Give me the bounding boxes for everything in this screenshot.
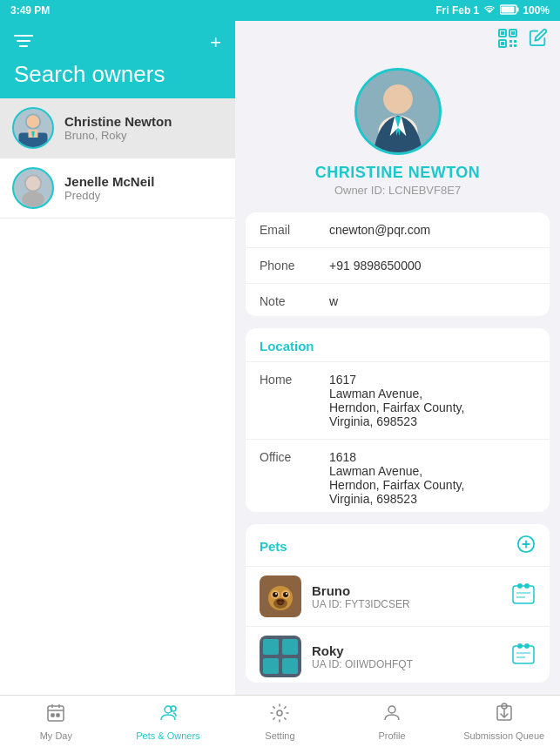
person-icon-1: [14, 169, 52, 207]
tab-profile[interactable]: Profile: [336, 696, 449, 747]
svg-rect-62: [51, 714, 54, 717]
status-time: 3:49 PM: [10, 4, 50, 17]
pet-action-1[interactable]: [511, 643, 536, 670]
tab-pets-owners-label: Pets & Owners: [136, 730, 199, 741]
svg-point-8: [27, 115, 40, 128]
status-bar: 3:49 PM Fri Feb 1 100%: [0, 0, 560, 21]
wifi-icon: [482, 4, 496, 17]
owner-name-0: Christine Newton: [64, 114, 172, 129]
avatar-0: [12, 107, 54, 149]
svg-rect-63: [57, 714, 59, 717]
tab-profile-label: Profile: [378, 730, 405, 741]
pet-avatar-0: [260, 575, 301, 617]
svg-point-13: [26, 176, 41, 191]
tab-my-day[interactable]: My Day: [0, 696, 112, 747]
svg-point-41: [277, 600, 280, 602]
tab-pets-owners[interactable]: Pets & Owners: [112, 696, 225, 747]
my-day-icon: [45, 703, 66, 728]
qr-icon[interactable]: [497, 28, 518, 52]
avatar-1: [12, 167, 54, 209]
email-value: cnewton@pqr.com: [329, 223, 536, 237]
setting-icon: [269, 703, 290, 728]
detail-panel: CHRISTINE NEWTON Owner ID: LCNEBVF8E7 Em…: [235, 21, 560, 695]
pet-row-0[interactable]: Bruno UA ID: FYT3IDCSER: [246, 567, 550, 627]
svg-rect-50: [282, 639, 298, 655]
battery-percent: 100%: [523, 4, 550, 17]
profile-person-icon: [357, 71, 439, 152]
home-label: Home: [260, 373, 329, 428]
add-pet-button[interactable]: [516, 535, 536, 557]
office-row: Office 1618 Lawman Avenue, Herndon, Fair…: [246, 440, 550, 512]
pets-owners-icon: [158, 703, 179, 728]
owner-pets-1: Preddy: [64, 189, 154, 202]
owner-item-1[interactable]: Jenelle McNeil Preddy: [0, 158, 235, 219]
home-value: 1617 Lawman Avenue, Herndon, Fairfax Cou…: [329, 373, 536, 428]
location-card: Location Home 1617 Lawman Avenue, Herndo…: [246, 328, 550, 512]
svg-rect-54: [518, 644, 522, 648]
location-header: Location: [246, 328, 550, 362]
pet-name-0: Bruno: [312, 583, 511, 598]
svg-rect-20: [509, 40, 512, 43]
svg-rect-23: [514, 44, 516, 47]
status-date: Fri Feb 1: [435, 4, 479, 17]
pet-row-1[interactable]: Roky UA ID: OIIWDOHFQT: [246, 627, 550, 683]
pet-action-0[interactable]: [511, 582, 536, 610]
svg-rect-55: [525, 644, 529, 648]
svg-rect-53: [513, 646, 534, 663]
profile-id: Owner ID: LCNEBVF8E7: [334, 184, 461, 197]
svg-rect-22: [509, 44, 512, 47]
pet-uid-1: UA ID: OIIWDOHFQT: [312, 658, 511, 670]
profile-icon: [381, 703, 402, 728]
owner-item-0[interactable]: Christine Newton Bruno, Roky: [0, 98, 235, 158]
note-row: Note w: [246, 284, 550, 316]
owners-list: Christine Newton Bruno, Roky Jenelle McN…: [0, 98, 235, 695]
phone-label: Phone: [260, 259, 329, 273]
svg-rect-52: [282, 658, 298, 674]
pet-avatar-1: [260, 636, 301, 677]
battery-icon: [500, 4, 519, 17]
sidebar: + Search owners Christ: [0, 21, 235, 695]
owner-pets-0: Bruno, Roky: [64, 129, 172, 142]
pets-title: Pets: [260, 539, 287, 554]
email-row: Email cnewton@pqr.com: [246, 212, 550, 248]
pets-card: Pets: [246, 524, 550, 683]
office-label: Office: [260, 450, 329, 506]
profile-header: CHRISTINE NEWTON Owner ID: LCNEBVF8E7: [235, 59, 560, 212]
add-owner-button[interactable]: +: [210, 31, 221, 54]
tab-bar: My Day Pets & Owners Setting: [0, 695, 560, 747]
svg-point-25: [383, 84, 413, 114]
svg-rect-45: [525, 584, 529, 588]
filter-icon[interactable]: [14, 33, 33, 53]
email-label: Email: [260, 223, 329, 237]
svg-rect-15: [501, 31, 504, 35]
phone-value: +91 9898650000: [329, 259, 536, 273]
location-title: Location: [260, 339, 314, 353]
svg-rect-1: [517, 7, 519, 11]
svg-point-67: [388, 706, 395, 713]
svg-point-38: [275, 593, 277, 595]
submission-queue-icon: [494, 703, 515, 728]
note-value: w: [329, 294, 536, 308]
pet-info-0: Bruno UA ID: FYT3IDCSER: [312, 583, 511, 610]
svg-rect-21: [514, 40, 516, 43]
pets-header: Pets: [246, 524, 550, 567]
phone-row: Phone +91 9898650000: [246, 248, 550, 284]
home-row: Home 1617 Lawman Avenue, Herndon, Fairfa…: [246, 362, 550, 440]
pet-uid-0: UA ID: FYT3IDCSER: [312, 598, 511, 610]
tab-setting[interactable]: Setting: [224, 696, 336, 747]
tab-setting-label: Setting: [265, 730, 294, 741]
tab-submission-queue[interactable]: Submission Queue: [448, 696, 560, 747]
svg-rect-43: [513, 586, 534, 603]
svg-point-37: [283, 592, 288, 597]
svg-point-36: [273, 592, 278, 597]
info-card: Email cnewton@pqr.com Phone +91 98986500…: [246, 212, 550, 316]
svg-point-66: [277, 710, 282, 716]
tab-submission-queue-label: Submission Queue: [463, 730, 544, 741]
edit-icon[interactable]: [529, 28, 548, 52]
person-icon-0: [14, 109, 52, 147]
svg-point-39: [286, 593, 287, 595]
owner-name-1: Jenelle McNeil: [64, 174, 154, 189]
profile-name: CHRISTINE NEWTON: [315, 164, 481, 182]
svg-rect-58: [48, 706, 64, 721]
profile-avatar: [354, 68, 442, 155]
